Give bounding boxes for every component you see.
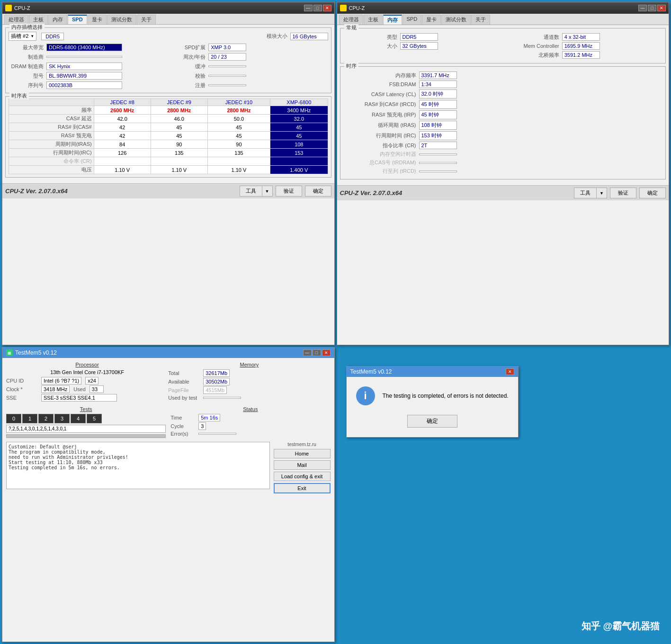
rascas-label: RAS# 到CAS#	[9, 123, 94, 132]
idle-timer-label: 内存空闲计时器	[343, 151, 419, 158]
mem-body: 常规 类型 DDR5 大小 32 GBytes 通道数 4 x 32-bit	[337, 25, 669, 185]
status-section: Status Time 5m 16s Cycle 3 Error(s)	[170, 406, 330, 438]
max-bandwidth-label: 最大带宽	[9, 44, 46, 51]
title-controls-spd: — □ ✕	[304, 5, 331, 11]
pagefile-row: PageFile 4515Mb	[168, 386, 330, 394]
dram-mfr-label: DRAM 制造商	[9, 63, 46, 70]
maximize-btn-mem[interactable]: □	[648, 5, 656, 11]
verify-btn-mem[interactable]: 验证	[610, 188, 636, 198]
cpu-id-value: Intel (6 ?B7 ?1)	[41, 377, 81, 385]
precharge-jedec9: 45	[151, 132, 207, 140]
tools-btn-mem[interactable]: 工具	[574, 188, 597, 198]
minimize-btn-mem[interactable]: —	[638, 5, 647, 11]
home-btn[interactable]: Home	[274, 449, 331, 458]
tab-about-mem[interactable]: 关于	[471, 15, 490, 25]
timing-group: 时序表 JEDEC #8 JEDEC #9 JEDEC #10 XMP-6800…	[5, 96, 331, 178]
voltage-jedec8: 1.10 V	[94, 166, 151, 174]
cpu-id-extra: x24	[85, 377, 98, 385]
ok-btn-spd[interactable]: 确定	[305, 186, 331, 197]
testmem-body: Processor 13th Gen Intel Core i7-13700KF…	[2, 358, 334, 497]
trcd2-value	[419, 170, 457, 172]
northbridge-label: 北桥频率	[505, 52, 562, 59]
exit-btn[interactable]: Exit	[274, 483, 331, 493]
tools-arrow-mem[interactable]: ▼	[597, 188, 607, 198]
cr-label: 命令率 (CR)	[9, 157, 94, 166]
mem-ctrl-row: Mem Controller 1695.9 MHz	[505, 42, 662, 50]
mem-type-label: 类型	[343, 34, 400, 41]
tab-about-spd[interactable]: 关于	[137, 15, 156, 24]
test-boxes: 0 1 2 3 4 5	[6, 414, 166, 423]
tab-spd[interactable]: SPD	[68, 15, 87, 24]
timing-group-mem: 时序 内存频率 3391.7 MHz FSB:DRAM 1:34 CAS# La…	[340, 66, 666, 179]
mem-size-row: 大小 32 GBytes	[343, 42, 501, 50]
minimize-btn-testmem[interactable]: —	[303, 349, 312, 356]
tras-row: 循环周期 (tRAS) 108 时钟	[343, 121, 663, 130]
tab-processor-spd[interactable]: 处理器	[4, 15, 28, 24]
minimize-btn-spd[interactable]: —	[304, 5, 313, 11]
tools-btn-spd[interactable]: 工具	[240, 186, 262, 197]
week-year-value: 20 / 23	[208, 53, 246, 61]
tab-gpu-spd[interactable]: 显卡	[88, 15, 107, 24]
timing-row-rascas: RAS# 到CAS# 42 45 45 45	[9, 123, 328, 132]
tab-spd-mem[interactable]: SPD	[403, 15, 422, 25]
close-btn-spd[interactable]: ✕	[323, 5, 331, 11]
model-value: BL.9BWWR.399	[46, 72, 122, 80]
freq-jedec8: 2600 MHz	[94, 106, 151, 115]
maximize-btn-testmem[interactable]: □	[313, 349, 321, 356]
tab-memory-spd[interactable]: 内存	[48, 15, 67, 24]
buffer-row: 缓冲	[170, 63, 328, 70]
close-btn-testmem[interactable]: ✕	[322, 349, 331, 356]
cas-jedec10: 50.0	[207, 115, 270, 123]
tools-split-btn-spd: 工具 ▼	[240, 186, 273, 197]
available-label: Available	[168, 379, 201, 385]
cpuz-icon: ⚡	[5, 5, 12, 11]
tab-gpu-mem[interactable]: 显卡	[422, 15, 441, 25]
tab-processor-mem[interactable]: 处理器	[339, 15, 363, 25]
verify-btn-spd[interactable]: 验证	[276, 186, 302, 197]
voltage-label: 电压	[9, 166, 94, 174]
testmem-title-text: TestMem5 v0.12	[15, 349, 57, 356]
pagefile-value: 4515Mb	[203, 386, 227, 394]
tab-mainboard-mem[interactable]: 主板	[364, 15, 383, 25]
tab-bench-spd[interactable]: 测试分数	[107, 15, 136, 24]
time-row: Time 5m 16s	[170, 414, 330, 421]
dialog-ok-btn[interactable]: 确定	[407, 415, 457, 428]
close-btn-mem[interactable]: ✕	[657, 5, 666, 11]
tab-mainboard-spd[interactable]: 主板	[29, 15, 48, 24]
maximize-btn-spd[interactable]: □	[313, 5, 322, 11]
checksum-label: 校验	[170, 72, 208, 80]
buffer-value	[208, 65, 246, 67]
spd-body: 内存插槽选择 插槽 #2 ▼ DDR5 模块大小 16 GBytes 最大带宽 …	[2, 25, 334, 183]
version-spd: CPU-Z Ver. 2.07.0.x64	[5, 188, 68, 195]
manufacturer-row: 制造商	[9, 53, 166, 61]
mail-btn[interactable]: Mail	[274, 460, 331, 470]
clock-label: Clock *	[6, 386, 39, 392]
trc-xmp: 153	[270, 149, 328, 157]
idle-timer-row: 内存空闲计时器	[343, 151, 663, 158]
testmem-title-left: ▦ TestMem5 v0.12	[6, 349, 57, 356]
processor-name: 13th Gen Intel Core i7-13700KF	[6, 369, 168, 375]
serial-label: 序列号	[9, 82, 46, 89]
tab-bench-mem[interactable]: 测试分数	[441, 15, 471, 25]
log-text: Customize: Default @serj The program in …	[9, 444, 268, 470]
tab-memory-mem[interactable]: 内存	[383, 15, 402, 25]
dialog-close-btn[interactable]: ✕	[506, 368, 514, 375]
mem-freq-row: 内存频率 3391.7 MHz	[343, 72, 663, 79]
tools-split-btn-mem: 工具 ▼	[574, 188, 607, 198]
trc-mem-value: 153 时钟	[419, 131, 457, 140]
ok-btn-mem[interactable]: 确定	[639, 188, 666, 198]
total-row: Total 32617Mb	[168, 369, 330, 377]
mem-freq-label: 内存频率	[343, 72, 419, 79]
cas-jedec9: 46.0	[151, 115, 207, 123]
loadconfig-btn[interactable]: Load config & exit	[274, 472, 331, 481]
module-size-label: 模块大小	[267, 33, 287, 40]
rascas-xmp: 45	[270, 123, 328, 132]
checksum-value	[208, 75, 246, 77]
timing-row-trc: 行周期时间(tRC) 126 135 135 153	[9, 149, 328, 157]
serial-row: 序列号 0002383B	[9, 81, 166, 89]
fsb-dram-row: FSB:DRAM 1:34	[343, 80, 663, 88]
precharge-jedec8: 42	[94, 132, 151, 140]
tools-arrow-spd[interactable]: ▼	[262, 186, 273, 197]
log-links-row: Customize: Default @serj The program in …	[6, 442, 331, 493]
slot-dropdown[interactable]: 插槽 #2 ▼	[9, 32, 36, 41]
